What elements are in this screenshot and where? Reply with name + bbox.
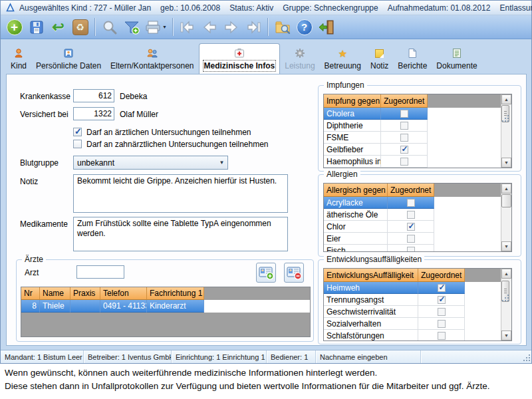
scroll-up-icon[interactable]: ▲ (501, 94, 511, 104)
table-row[interactable]: Schlafstörungen (324, 330, 511, 341)
table-row[interactable]: Heimweh (324, 282, 511, 294)
impfungen-legend: Impfungen (324, 80, 367, 90)
zugeordnet-checkbox[interactable] (438, 296, 446, 304)
table-row[interactable]: Haemophilus inf (324, 156, 511, 168)
table-row[interactable]: Trennungsangst (324, 294, 511, 306)
zugeordnet-checkbox[interactable] (407, 223, 415, 231)
navigate-first-button[interactable] (177, 17, 198, 37)
resize-grip[interactable] (522, 353, 530, 361)
app-window: Ausgewähltes Kind : 727 - Müller Jan geb… (0, 0, 532, 364)
zugeordnet-checkbox[interactable] (407, 247, 415, 253)
tab-dokumente[interactable]: Dokumente (432, 46, 481, 74)
zugeordnet-checkbox[interactable] (438, 320, 446, 328)
filter-button[interactable] (121, 17, 142, 37)
entwicklung-table: EntwicklungsAuffälligkeit Zugeordnet Hei… (323, 268, 512, 341)
table-row[interactable]: Diphtherie (324, 120, 511, 132)
allergien-legend: Allergien (324, 170, 360, 179)
tab-notiz[interactable]: Notiz (366, 46, 393, 74)
tab-persoenliche-daten[interactable]: Persönliche Daten (31, 46, 106, 74)
remove-doctor-button[interactable] (284, 263, 304, 283)
gear-icon (295, 48, 305, 59)
table-row[interactable]: Sozialverhalten (324, 318, 511, 330)
zugeordnet-checkbox[interactable] (400, 146, 408, 154)
notiz-textarea[interactable]: Bekommt leicht die Grippe. Anzeichen hie… (73, 174, 288, 213)
navigate-last-button[interactable] (243, 17, 263, 37)
app-icon (5, 3, 15, 13)
navigate-previous-button[interactable] (199, 17, 219, 37)
new-button[interactable]: + (4, 17, 25, 37)
scroll-thumb[interactable] (501, 281, 509, 302)
zugeordnet-checkbox[interactable] (438, 284, 446, 292)
zugeordnet-checkbox[interactable] (400, 158, 408, 166)
search-button[interactable] (99, 17, 120, 37)
aerzte-legend: Ärzte (22, 255, 46, 264)
blutgruppe-select[interactable]: unbekannt ▼ (73, 156, 228, 170)
zugeordnet-checkbox[interactable] (400, 122, 408, 130)
scroll-thumb[interactable] (501, 105, 509, 122)
status-betreiber: Betreiber: 1 Iventus GmbH (84, 350, 172, 363)
search-child-button[interactable] (272, 17, 293, 37)
table-row[interactable]: Geschwisterrivalität (324, 306, 511, 318)
versichert-bei-input[interactable] (73, 107, 114, 120)
title-status: Status: Aktiv (229, 3, 273, 13)
delete-button[interactable]: ♻ (70, 17, 90, 37)
medikamente-textarea[interactable]: Zum Frühstück sollte eine Tablette TypA … (73, 217, 288, 251)
allergien-table: Allergisch gegen Zugeordnet Acryllacke ä… (323, 183, 512, 252)
scroll-up-icon[interactable]: ▲ (501, 184, 511, 194)
tab-kind[interactable]: Kind (6, 46, 31, 74)
scrollbar[interactable]: ▲ ▼ (501, 269, 511, 340)
medizinische-infos-page: Krankenkasse Debeka Versichert bei Olaf … (6, 74, 527, 346)
navigate-next-button[interactable] (221, 17, 241, 37)
table-row[interactable]: ätherische Öle (324, 209, 511, 221)
table-row[interactable]: FSME (324, 132, 511, 144)
question-icon: ? (297, 19, 313, 35)
zugeordnet-checkbox[interactable] (407, 235, 415, 243)
add-doctor-button[interactable] (256, 263, 276, 283)
first-aid-icon (234, 48, 245, 59)
table-row[interactable]: Chlor (324, 221, 511, 233)
zahnaerztlich-checkbox[interactable] (73, 140, 82, 148)
zugeordnet-checkbox[interactable] (407, 211, 415, 219)
status-einrichtung: Einrichtung: 1 Einrichtung 1 (172, 350, 267, 363)
tab-medizinische-infos[interactable]: Medizinische Infos (199, 43, 281, 74)
print-dropdown-icon[interactable]: ▼ (162, 25, 167, 29)
scroll-down-icon[interactable]: ▼ (501, 158, 511, 168)
table-row[interactable]: Gelbfieber (324, 144, 511, 156)
scroll-down-icon[interactable]: ▼ (501, 331, 511, 340)
scrollbar[interactable]: ▲ ▼ (501, 94, 511, 168)
help-button[interactable]: ? (294, 17, 315, 37)
tab-berichte[interactable]: Berichte (393, 46, 432, 74)
aerztlich-checkbox[interactable] (73, 128, 82, 136)
arzt-input[interactable] (76, 265, 124, 279)
table-row[interactable]: Acryllacke (324, 197, 511, 209)
krankenkasse-input[interactable] (73, 89, 114, 102)
save-button[interactable] (26, 17, 47, 37)
plus-icon: + (7, 19, 23, 35)
scroll-thumb[interactable] (501, 194, 511, 207)
print-button[interactable]: ▼ (143, 17, 168, 37)
scroll-down-icon[interactable]: ▼ (501, 241, 511, 251)
aerzte-table: Nr Name Praxis Telefon Fachrichtung 1 8 … (21, 287, 311, 337)
table-row[interactable]: Fisch (324, 245, 511, 252)
krankenkasse-label: Krankenkasse (20, 92, 70, 101)
zugeordnet-checkbox[interactable] (400, 110, 408, 118)
exit-button[interactable] (316, 17, 336, 37)
table-row[interactable]: 8 Thiele 0491 - 41133 Kinderarzt (21, 300, 310, 313)
zugeordnet-checkbox[interactable] (438, 332, 446, 340)
parents-icon (146, 48, 158, 59)
table-row[interactable]: Cholera (324, 108, 511, 120)
zugeordnet-checkbox[interactable] (407, 199, 415, 207)
scrollbar[interactable]: ▲ ▼ (501, 184, 511, 251)
caption-text: Wenn gewünscht, können auch weiterführen… (5, 366, 530, 393)
zugeordnet-checkbox[interactable] (438, 308, 446, 316)
undo-button[interactable]: ↩ (48, 17, 68, 37)
tab-eltern-kontaktpersonen[interactable]: Eltern/Kontaktpersonen (106, 46, 198, 74)
table-row[interactable]: Eier (324, 233, 511, 245)
tab-betreuung[interactable]: ★ Betreuung (320, 46, 366, 74)
scroll-up-icon[interactable]: ▲ (501, 269, 511, 279)
entwicklung-groupbox: Entwicklungsauffälligkeiten Entwicklungs… (318, 259, 521, 344)
zugeordnet-checkbox[interactable] (400, 134, 408, 142)
toolbar-separator (172, 18, 173, 36)
impfungen-table: Impfung gegen Zugeordnet Cholera Diphthe… (323, 94, 512, 168)
tab-leistung[interactable]: Leistung (280, 46, 319, 74)
